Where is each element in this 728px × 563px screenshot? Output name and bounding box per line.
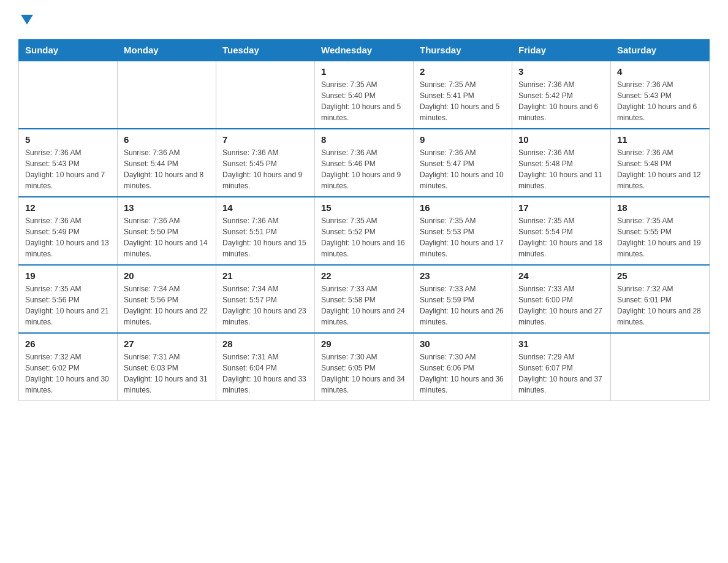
day-number: 12 xyxy=(25,202,111,213)
header-saturday: Saturday xyxy=(611,39,710,61)
sun-info: Sunrise: 7:34 AMSunset: 5:57 PMDaylight:… xyxy=(222,283,308,327)
sun-info: Sunrise: 7:36 AMSunset: 5:44 PMDaylight:… xyxy=(124,147,210,191)
calendar-table: SundayMondayTuesdayWednesdayThursdayFrid… xyxy=(18,39,710,401)
sun-info: Sunrise: 7:35 AMSunset: 5:53 PMDaylight:… xyxy=(420,215,506,259)
calendar-header-row: SundayMondayTuesdayWednesdayThursdayFrid… xyxy=(19,39,710,61)
day-number: 4 xyxy=(617,66,703,77)
sun-info: Sunrise: 7:32 AMSunset: 6:02 PMDaylight:… xyxy=(25,351,111,396)
day-number: 20 xyxy=(124,270,210,281)
day-number: 2 xyxy=(420,66,506,77)
calendar-cell: 4Sunrise: 7:36 AMSunset: 5:43 PMDaylight… xyxy=(611,61,710,129)
header-thursday: Thursday xyxy=(414,39,512,61)
week-row-5: 26Sunrise: 7:32 AMSunset: 6:02 PMDayligh… xyxy=(19,333,710,401)
sun-info: Sunrise: 7:36 AMSunset: 5:46 PMDaylight:… xyxy=(321,147,407,191)
day-number: 10 xyxy=(518,134,604,145)
day-number: 26 xyxy=(25,339,111,349)
calendar-cell: 5Sunrise: 7:36 AMSunset: 5:43 PMDaylight… xyxy=(19,129,118,197)
calendar-cell xyxy=(19,61,118,129)
sun-info: Sunrise: 7:35 AMSunset: 5:40 PMDaylight:… xyxy=(321,79,407,123)
calendar-cell: 12Sunrise: 7:36 AMSunset: 5:49 PMDayligh… xyxy=(19,197,118,265)
day-number: 17 xyxy=(518,202,604,213)
header-monday: Monday xyxy=(118,39,216,61)
calendar-cell: 22Sunrise: 7:33 AMSunset: 5:58 PMDayligh… xyxy=(315,265,414,333)
day-number: 21 xyxy=(222,270,308,281)
day-number: 15 xyxy=(321,202,407,213)
header-friday: Friday xyxy=(512,39,611,61)
sun-info: Sunrise: 7:31 AMSunset: 6:03 PMDaylight:… xyxy=(124,351,210,396)
svg-marker-0 xyxy=(21,15,33,25)
day-number: 27 xyxy=(124,339,210,349)
calendar-cell: 26Sunrise: 7:32 AMSunset: 6:02 PMDayligh… xyxy=(19,333,118,401)
day-number: 9 xyxy=(420,134,506,145)
day-number: 3 xyxy=(518,66,604,77)
calendar-cell: 30Sunrise: 7:30 AMSunset: 6:06 PMDayligh… xyxy=(414,333,512,401)
calendar-cell xyxy=(118,61,216,129)
day-number: 29 xyxy=(321,339,407,349)
day-number: 18 xyxy=(617,202,703,213)
sun-info: Sunrise: 7:35 AMSunset: 5:54 PMDaylight:… xyxy=(518,215,604,259)
header-sunday: Sunday xyxy=(19,39,118,61)
day-number: 28 xyxy=(222,339,308,349)
calendar-cell: 15Sunrise: 7:35 AMSunset: 5:52 PMDayligh… xyxy=(315,197,414,265)
calendar-cell: 8Sunrise: 7:36 AMSunset: 5:46 PMDaylight… xyxy=(315,129,414,197)
calendar-cell: 31Sunrise: 7:29 AMSunset: 6:07 PMDayligh… xyxy=(512,333,611,401)
calendar-cell xyxy=(216,61,315,129)
calendar-cell: 25Sunrise: 7:32 AMSunset: 6:01 PMDayligh… xyxy=(611,265,710,333)
sun-info: Sunrise: 7:36 AMSunset: 5:43 PMDaylight:… xyxy=(617,79,703,123)
sun-info: Sunrise: 7:31 AMSunset: 6:04 PMDaylight:… xyxy=(222,351,308,396)
day-number: 7 xyxy=(222,134,308,145)
sun-info: Sunrise: 7:36 AMSunset: 5:42 PMDaylight:… xyxy=(518,79,604,123)
sun-info: Sunrise: 7:36 AMSunset: 5:48 PMDaylight:… xyxy=(518,147,604,191)
sun-info: Sunrise: 7:32 AMSunset: 6:01 PMDaylight:… xyxy=(617,283,703,327)
day-number: 22 xyxy=(321,270,407,281)
logo-triangle-icon xyxy=(21,13,33,26)
calendar-cell: 10Sunrise: 7:36 AMSunset: 5:48 PMDayligh… xyxy=(512,129,611,197)
calendar-cell: 2Sunrise: 7:35 AMSunset: 5:41 PMDaylight… xyxy=(414,61,512,129)
calendar-cell: 28Sunrise: 7:31 AMSunset: 6:04 PMDayligh… xyxy=(216,333,315,401)
calendar-cell: 7Sunrise: 7:36 AMSunset: 5:45 PMDaylight… xyxy=(216,129,315,197)
sun-info: Sunrise: 7:34 AMSunset: 5:56 PMDaylight:… xyxy=(124,283,210,327)
week-row-1: 1Sunrise: 7:35 AMSunset: 5:40 PMDaylight… xyxy=(19,61,710,129)
sun-info: Sunrise: 7:35 AMSunset: 5:55 PMDaylight:… xyxy=(617,215,703,259)
calendar-cell: 18Sunrise: 7:35 AMSunset: 5:55 PMDayligh… xyxy=(611,197,710,265)
calendar-cell: 1Sunrise: 7:35 AMSunset: 5:40 PMDaylight… xyxy=(315,61,414,129)
calendar-cell: 23Sunrise: 7:33 AMSunset: 5:59 PMDayligh… xyxy=(414,265,512,333)
sun-info: Sunrise: 7:36 AMSunset: 5:43 PMDaylight:… xyxy=(25,147,111,191)
calendar-cell xyxy=(611,333,710,401)
day-number: 6 xyxy=(124,134,210,145)
calendar-cell: 21Sunrise: 7:34 AMSunset: 5:57 PMDayligh… xyxy=(216,265,315,333)
header-tuesday: Tuesday xyxy=(216,39,315,61)
day-number: 13 xyxy=(124,202,210,213)
day-number: 19 xyxy=(25,270,111,281)
calendar-cell: 29Sunrise: 7:30 AMSunset: 6:05 PMDayligh… xyxy=(315,333,414,401)
week-row-2: 5Sunrise: 7:36 AMSunset: 5:43 PMDaylight… xyxy=(19,129,710,197)
day-number: 16 xyxy=(420,202,506,213)
calendar-cell: 27Sunrise: 7:31 AMSunset: 6:03 PMDayligh… xyxy=(118,333,216,401)
calendar-cell: 13Sunrise: 7:36 AMSunset: 5:50 PMDayligh… xyxy=(118,197,216,265)
day-number: 25 xyxy=(617,270,703,281)
sun-info: Sunrise: 7:35 AMSunset: 5:41 PMDaylight:… xyxy=(420,79,506,123)
calendar-cell: 3Sunrise: 7:36 AMSunset: 5:42 PMDaylight… xyxy=(512,61,611,129)
week-row-3: 12Sunrise: 7:36 AMSunset: 5:49 PMDayligh… xyxy=(19,197,710,265)
page-header xyxy=(18,12,710,27)
calendar-cell: 14Sunrise: 7:36 AMSunset: 5:51 PMDayligh… xyxy=(216,197,315,265)
calendar-cell: 11Sunrise: 7:36 AMSunset: 5:48 PMDayligh… xyxy=(611,129,710,197)
day-number: 24 xyxy=(518,270,604,281)
week-row-4: 19Sunrise: 7:35 AMSunset: 5:56 PMDayligh… xyxy=(19,265,710,333)
day-number: 1 xyxy=(321,66,407,77)
sun-info: Sunrise: 7:36 AMSunset: 5:45 PMDaylight:… xyxy=(222,147,308,191)
day-number: 5 xyxy=(25,134,111,145)
sun-info: Sunrise: 7:35 AMSunset: 5:52 PMDaylight:… xyxy=(321,215,407,259)
day-number: 23 xyxy=(420,270,506,281)
sun-info: Sunrise: 7:36 AMSunset: 5:51 PMDaylight:… xyxy=(222,215,308,259)
calendar-cell: 20Sunrise: 7:34 AMSunset: 5:56 PMDayligh… xyxy=(118,265,216,333)
logo xyxy=(18,12,33,27)
sun-info: Sunrise: 7:30 AMSunset: 6:06 PMDaylight:… xyxy=(420,351,506,396)
sun-info: Sunrise: 7:36 AMSunset: 5:49 PMDaylight:… xyxy=(25,215,111,259)
calendar-cell: 9Sunrise: 7:36 AMSunset: 5:47 PMDaylight… xyxy=(414,129,512,197)
calendar-cell: 16Sunrise: 7:35 AMSunset: 5:53 PMDayligh… xyxy=(414,197,512,265)
sun-info: Sunrise: 7:35 AMSunset: 5:56 PMDaylight:… xyxy=(25,283,111,327)
day-number: 8 xyxy=(321,134,407,145)
calendar-cell: 19Sunrise: 7:35 AMSunset: 5:56 PMDayligh… xyxy=(19,265,118,333)
sun-info: Sunrise: 7:36 AMSunset: 5:48 PMDaylight:… xyxy=(617,147,703,191)
